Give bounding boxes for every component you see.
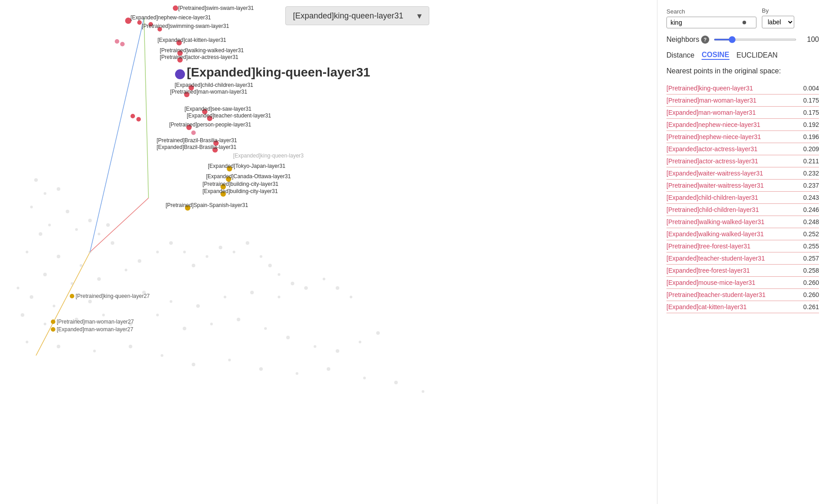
nearest-item[interactable]: [Expanded]man-woman-layer310.175 [666,107,819,119]
nearest-item-value: 0.211 [803,158,819,165]
svg-point-59 [210,323,213,325]
dot-icon [742,21,746,24]
svg-point-48 [304,286,308,290]
svg-point-61 [264,327,267,330]
nearest-item[interactable]: [Expanded]teacher-student-layer310.257 [666,252,819,265]
nearest-item[interactable]: [Pretrained]child-children-layer310.246 [666,204,819,216]
svg-text:[Expanded]teacher-student-laye: [Expanded]teacher-student-layer31 [187,112,271,119]
svg-point-25 [156,251,159,253]
nearest-item[interactable]: [Pretrained]teacher-student-layer310.260 [666,289,819,301]
nearest-item-value: 0.232 [803,170,819,177]
nearest-item[interactable]: [Expanded]tree-forest-layer310.258 [666,265,819,277]
neighbors-text: Neighbors [666,36,699,44]
nearest-item-label: [Expanded]man-woman-layer31 [666,109,756,116]
nearest-item-label: [Expanded]waiter-waitress-layer31 [666,170,763,177]
svg-point-57 [156,314,159,316]
nearest-list: [Pretrained]king-queen-layer310.004[Pret… [666,82,819,313]
nearest-item[interactable]: [Pretrained]walking-walked-layer310.248 [666,216,819,228]
by-select[interactable]: label value [762,16,794,28]
nearest-item[interactable]: [Pretrained]king-queen-layer310.004 [666,82,819,94]
svg-point-96 [175,69,185,79]
svg-line-3 [36,252,90,356]
svg-point-38 [30,295,33,299]
svg-point-60 [237,318,240,321]
svg-point-49 [323,278,325,280]
nearest-item-value: 0.004 [803,85,819,92]
nearest-item[interactable]: [Pretrained]waiter-waitress-layer310.237 [666,180,819,192]
svg-text:[Expanded]king-queen-layer3: [Expanded]king-queen-layer3 [233,153,304,159]
nearest-item[interactable]: [Pretrained]nephew-niece-layer310.196 [666,131,819,143]
nearest-item-value: 0.248 [803,218,819,225]
distance-label: Distance [666,51,694,59]
svg-point-22 [97,277,101,281]
svg-point-6 [57,187,60,191]
nearest-item-value: 0.252 [803,230,819,238]
scatter-plot[interactable]: [Pretrained]swim-swam-layer31 [Expanded]… [0,0,657,504]
svg-point-77 [363,377,366,379]
node-dropdown[interactable]: [Expanded]king-queen-layer31 ▾ [285,6,429,25]
nearest-item[interactable]: [Pretrained]actor-actress-layer310.211 [666,155,819,167]
svg-point-69 [93,350,96,352]
nearest-item-label: [Pretrained]tree-forest-layer31 [666,243,751,250]
svg-point-31 [233,251,235,253]
svg-text:[Pretrained]Brazil-Brasilia-la: [Pretrained]Brazil-Brasilia-layer31 [157,137,237,144]
nearest-item[interactable]: [Expanded]actor-actress-layer310.209 [666,143,819,155]
help-icon[interactable]: ? [701,36,709,44]
svg-point-55 [102,314,105,316]
dropdown-container: [Expanded]king-queen-layer31 ▾ [285,6,429,25]
search-label: Search [666,8,756,15]
svg-point-30 [219,246,222,249]
nearest-item-label: [Expanded]child-children-layer31 [666,194,758,201]
search-input[interactable] [670,19,742,26]
svg-point-33 [260,255,262,258]
svg-line-1 [144,18,148,198]
svg-point-5 [44,192,46,195]
svg-point-103 [136,117,141,122]
neighbors-slider[interactable] [714,39,796,40]
svg-point-27 [183,251,186,253]
svg-point-32 [246,241,249,245]
svg-line-0 [90,18,144,252]
distance-euclidean-button[interactable]: EUCLIDEAN [737,51,778,59]
nearest-item-label: [Pretrained]actor-actress-layer31 [666,158,758,165]
svg-point-65 [359,341,361,343]
svg-text:[Pretrained]actor-actress-laye: [Pretrained]actor-actress-layer31 [160,54,238,60]
svg-point-68 [57,345,60,348]
svg-point-79 [422,390,424,393]
nearest-item[interactable]: [Pretrained]man-woman-layer310.175 [666,94,819,107]
svg-text:[Expanded]cat-kitten-layer31: [Expanded]cat-kitten-layer31 [158,37,226,43]
neighbors-row: Neighbors ? 100 [666,36,819,44]
svg-point-29 [206,255,208,258]
svg-text:[Pretrained]building-city-laye: [Pretrained]building-city-layer31 [202,181,279,187]
nearest-item[interactable]: [Expanded]child-children-layer310.243 [666,192,819,204]
svg-point-23 [125,269,127,271]
by-label: By [762,7,794,14]
nearest-item[interactable]: [Expanded]mouse-mice-layer310.260 [666,277,819,289]
nearest-item[interactable]: [Expanded]cat-kitten-layer310.261 [666,301,819,313]
nearest-item-value: 0.237 [803,182,819,189]
nearest-item-label: [Pretrained]child-children-layer31 [666,206,759,213]
svg-text:[Expanded]see-saw-layer31: [Expanded]see-saw-layer31 [184,106,252,112]
nearest-item[interactable]: [Expanded]nephew-niece-layer310.192 [666,119,819,131]
nearest-item-value: 0.260 [803,279,819,286]
svg-point-20 [43,273,47,276]
nearest-item-value: 0.192 [803,121,819,128]
nearest-item-value: 0.258 [803,267,819,274]
nearest-item[interactable]: [Expanded]waiter-waitress-layer310.232 [666,167,819,180]
search-group: Search [666,8,756,28]
chevron-down-icon: ▾ [417,10,422,21]
nearest-item[interactable]: [Pretrained]tree-forest-layer310.255 [666,240,819,252]
nearest-item-label: [Expanded]walking-walked-layer31 [666,230,764,238]
nearest-item-label: [Expanded]tree-forest-layer31 [666,267,750,274]
svg-point-62 [286,336,290,339]
nearest-item-label: [Expanded]actor-actress-layer31 [666,145,757,153]
distance-cosine-button[interactable]: COSINE [702,51,729,60]
nearest-item[interactable]: [Expanded]walking-walked-layer310.252 [666,228,819,240]
dropdown-label: [Expanded]king-queen-layer31 [293,11,403,21]
svg-point-50 [336,286,339,290]
svg-line-2 [90,198,148,252]
svg-text:[Pretrained]swimming-swam-laye: [Pretrained]swimming-swam-layer31 [142,23,229,29]
svg-point-71 [161,354,163,357]
svg-text:[Expanded]nephew-niece-layer31: [Expanded]nephew-niece-layer31 [130,14,211,21]
nearest-item-label: [Expanded]mouse-mice-layer31 [666,279,756,286]
